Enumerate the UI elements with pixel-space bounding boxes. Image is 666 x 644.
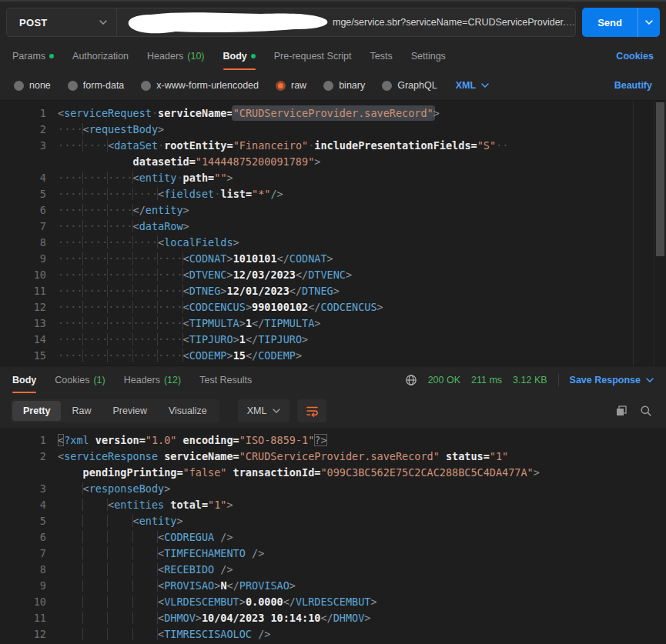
tab-label: Headers (147, 51, 183, 62)
response-tab-test-results[interactable]: Test Results (199, 366, 252, 394)
send-button-group: Send (582, 8, 660, 37)
send-options-button[interactable] (638, 8, 660, 37)
response-toolbar: Pretty Raw Preview Visualize XML (0, 394, 666, 428)
tab-authorization[interactable]: Authorization (72, 42, 129, 71)
request-tabs: Params Authorization Headers (10) Body P… (0, 42, 666, 71)
code-line: 13····················<TIPMULTA>1</TIPMU… (0, 315, 666, 332)
radio-binary[interactable]: binary (323, 80, 365, 91)
code-line: 3 <responseBody> (0, 481, 666, 497)
url-control: POST mge/service.sbr?serviceName=CRUDSer… (6, 8, 576, 37)
view-preview[interactable]: Preview (102, 401, 157, 421)
url-input[interactable]: mge/service.sbr?serviceName=CRUDServiceP… (117, 8, 575, 36)
radio-label: binary (339, 80, 365, 91)
format-label: XML (247, 405, 267, 416)
code-line: 8················<localFields> (0, 235, 666, 251)
code-line: 10 <VLRDESCEMBUT>0.0000</VLRDESCEMBUT> (0, 594, 666, 610)
tab-pre-request-script[interactable]: Pre-request Script (274, 42, 352, 71)
beautify-link[interactable]: Beautify (614, 80, 652, 91)
response-tabs: Body Cookies (1) Headers (12) Test Resul… (0, 365, 666, 394)
radio-form-data[interactable]: form-data (68, 80, 125, 91)
url-ellipsis: … (566, 17, 576, 28)
editor-ruler (633, 101, 634, 365)
response-format-select[interactable]: XML (238, 399, 290, 422)
request-body-editor[interactable]: 1<serviceRequest·serviceName="CRUDServic… (0, 100, 666, 365)
code-line: 1<serviceRequest·serviceName="CRUDServic… (0, 105, 666, 122)
tab-params[interactable]: Params (12, 42, 54, 71)
scrollbar-thumb[interactable] (656, 102, 664, 256)
search-icon[interactable] (640, 405, 652, 417)
view-switcher: Pretty Raw Preview Visualize (11, 399, 219, 422)
scrollbar-track[interactable] (654, 101, 666, 365)
code-line: 2<serviceResponse serviceName="CRUDServi… (0, 449, 666, 465)
radio-circle (323, 81, 333, 91)
code-line: 6············</entity> (0, 202, 666, 219)
tab-label: Settings (411, 51, 446, 62)
chevron-down-icon (481, 83, 489, 88)
line-number: 1 (0, 105, 46, 122)
code-line: 11 <DHMOV>10/04/2023 10:14:10</DHMOV> (0, 610, 666, 626)
radio-none[interactable]: none (14, 80, 51, 91)
code-line: 9 <PROVISAO>N</PROVISAO> (0, 578, 666, 594)
radio-label: none (29, 80, 51, 91)
url-text: mge/service.sbr?serviceName=CRUDServiceP… (333, 17, 566, 28)
code-line: 2····<requestBody> (0, 122, 666, 138)
line-number: 6 (0, 202, 46, 219)
tab-settings[interactable]: Settings (411, 42, 446, 71)
cookies-link[interactable]: Cookies (616, 51, 654, 62)
divider (558, 374, 559, 386)
radio-label: form-data (83, 80, 125, 91)
code-line: 1<?xml version="1.0" encoding="ISO-8859-… (0, 432, 666, 449)
format-select[interactable]: XML (456, 80, 489, 91)
radio-graphql[interactable]: GraphQL (382, 80, 437, 91)
radio-circle (141, 81, 151, 91)
line-number: 6 (0, 529, 46, 546)
view-pretty[interactable]: Pretty (12, 401, 61, 421)
tab-label: Authorization (72, 51, 129, 62)
tab-count: (12) (164, 375, 181, 385)
response-tab-headers[interactable]: Headers (12) (124, 366, 181, 394)
network-globe-icon[interactable] (405, 374, 417, 386)
tab-label: Test Results (199, 375, 252, 385)
response-tab-body[interactable]: Body (12, 366, 36, 394)
radio-raw[interactable]: raw (276, 80, 306, 91)
line-number (0, 465, 46, 481)
line-number: 7 (0, 546, 46, 562)
code-line: 15····················<CODEMP>15</CODEMP… (0, 348, 666, 364)
code-line: 7 <TIMFECHAMENTO /> (0, 546, 666, 562)
method-select[interactable]: POST (7, 8, 117, 36)
line-number: 11 (0, 610, 46, 626)
code-line: 10····················<DTVENC>12/03/2023… (0, 267, 666, 283)
code-line: 7············<dataRow> (0, 219, 666, 235)
line-number: 5 (0, 513, 46, 529)
tab-label: Params (12, 51, 45, 62)
send-button[interactable]: Send (582, 8, 638, 37)
view-raw[interactable]: Raw (61, 401, 102, 421)
tab-label: Pre-request Script (274, 51, 352, 62)
response-tab-cookies[interactable]: Cookies (1) (55, 366, 105, 394)
view-label: Preview (112, 405, 146, 416)
view-label: Raw (72, 405, 91, 416)
view-visualize[interactable]: Visualize (158, 401, 218, 421)
code-line: 6 <CODREGUA /> (0, 529, 666, 546)
tab-label: Body (12, 375, 36, 385)
radio-circle (276, 81, 286, 91)
chevron-down-icon (645, 20, 653, 25)
save-response-label: Save Response (570, 375, 641, 385)
method-label: POST (19, 17, 48, 28)
radio-x-www-form-urlencoded[interactable]: x-www-form-urlencoded (141, 80, 259, 91)
tab-headers[interactable]: Headers (10) (147, 42, 204, 71)
status-badge: 200 OK (428, 375, 460, 385)
line-number: 2 (0, 449, 46, 465)
wrap-lines-button[interactable] (297, 399, 326, 422)
tab-tests[interactable]: Tests (370, 42, 393, 71)
code-line: 5 <entity> (0, 513, 666, 529)
tab-body[interactable]: Body (223, 42, 256, 71)
tab-label: Cookies (55, 375, 89, 385)
copy-icon[interactable] (615, 405, 628, 417)
tab-label: Headers (124, 375, 160, 385)
line-number: 12 (0, 299, 46, 315)
chevron-down-icon (99, 20, 107, 25)
save-response-button[interactable]: Save Response (570, 375, 654, 385)
line-number: 4 (0, 497, 46, 513)
line-number: 10 (0, 594, 46, 610)
